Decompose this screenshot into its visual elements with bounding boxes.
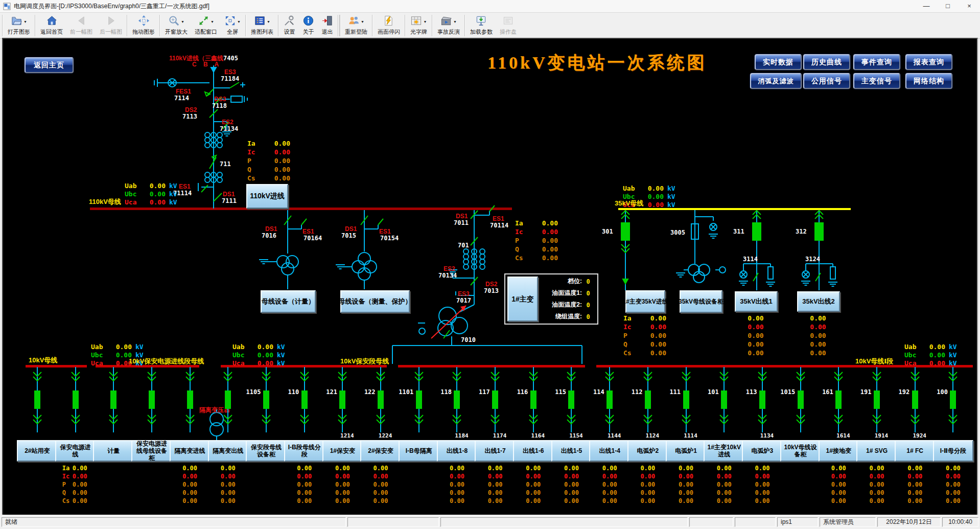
feeder-button[interactable]: 1#接地变 [819,440,859,462]
feeder-button[interactable]: 电弧炉2 [627,440,668,462]
load-params-button[interactable]: 加载参数 [466,13,496,38]
clapperboard-icon [440,15,452,29]
close-button[interactable]: × [959,0,980,12]
transformer-status-row: 档位: 0 [540,277,594,286]
feeder-button[interactable]: 出线1-7 [475,440,515,462]
feeder-button[interactable]: 出线1-4 [589,440,629,462]
maximize-button[interactable]: □ [937,0,959,12]
relogin-button[interactable]: ▼ 重新登陆 [341,13,371,38]
outgoing35-1-button[interactable]: 35kV出线1 [735,291,778,312]
bus35-cabinet-button[interactable]: 35kV母线设备柜 [680,290,722,313]
feeder-button[interactable]: 1#主变10kV进线 [704,440,744,462]
next-graph-button[interactable]: 后一幅图 [96,13,126,38]
feeder-button[interactable]: 1# FC [895,440,935,462]
realtime-data-button[interactable]: 实时数据 [755,54,802,70]
about-button[interactable]: 关于 [299,13,318,38]
zoom-window-button[interactable]: ▼ 开窗放大 [161,13,191,38]
feeder-button[interactable]: 2#站用变 [17,440,57,462]
light-board-button[interactable]: ▼ 光字牌 [407,13,431,38]
toolbar-separator [2,15,3,36]
event-query-button[interactable]: 事件查询 [853,54,900,70]
feeder-button[interactable]: 保安电源进线 [55,440,96,462]
feeder-button[interactable]: 隔离变进线 [170,440,210,462]
measurement-values: 0.000.000.000.000.00 [296,464,313,505]
breaker-icon [782,367,819,432]
feeder-number: 113 [746,388,762,396]
tx35-incoming-button[interactable]: 1#主变35kV进线 [625,290,665,313]
bus-equipment-metering-button[interactable]: 母线设备（计量） [261,290,316,313]
feeder-button[interactable]: 1#保安变 [322,440,363,462]
feeder-button[interactable]: 电弧炉1 [666,440,706,462]
feeder-button[interactable]: I-B段母线分段 [284,440,324,462]
feeder-number: 1105 [246,388,266,396]
return-home-button[interactable]: 返回主页 [25,57,74,73]
earth-switch-number: 1114 [674,432,697,440]
bus-equipment-protection-button[interactable]: 母线设备（测量、保护） [340,290,410,313]
bus10-mid-voltages: Uab0.00kV Ubc0.00kV Uca0.00kV [232,343,288,367]
feeder-button[interactable]: 隔离变出线 [208,440,248,462]
incoming-line-button[interactable]: 110kV进线 [246,184,288,209]
main-transformer-button[interactable]: 1#主变 [507,277,538,321]
report-query-button[interactable]: 报表查询 [905,54,952,70]
status-date: 2022年10月12日 [877,517,941,527]
feeder-column: 保安电源进线 IaIcPQCs 0.000.000.000.000.00 [57,367,95,505]
earth-switch-number [33,432,42,440]
measurement-values: 0.000.000.000.000.00 [639,464,657,505]
feeder-button[interactable]: I-B母隔离 [399,440,439,462]
arc-filter-button[interactable]: 消弧及滤波 [750,73,802,89]
switch-label: ES2 [222,119,234,126]
switch-number: 7114 [174,95,189,102]
device-number: 7010 [461,336,476,343]
common-signal-button[interactable]: 公用信号 [803,73,850,89]
feeder-button[interactable]: 出线1-8 [437,440,477,462]
feeder-button[interactable]: 保安段母线设备柜 [246,440,286,462]
breaker-icon [401,367,437,432]
transformer-signal-button[interactable]: 主变信号 [853,73,900,89]
feeder-values: 0.000.000.000.000.00 [181,464,199,505]
open-graph-button[interactable]: ▼ 打开图形 [4,13,34,38]
home-button[interactable]: 返回首页 [37,13,66,38]
feeder-button[interactable]: 出线1-5 [551,440,592,462]
feeder-button[interactable]: 保安电源进线母线设备柜 [131,440,172,462]
history-curve-button[interactable]: 历史曲线 [803,54,850,70]
settings-button[interactable]: 设置 [280,13,299,38]
stop-flash-button[interactable]: 画面停闪 [374,13,404,38]
feeder-symbol: 115 [553,367,591,432]
graph-list-button[interactable]: ▼ 推图列表 [247,13,277,38]
feeder-button[interactable]: 1# SVG [856,440,897,462]
status-label: 档位: [568,277,582,286]
main-tx-measurements: Ia0.00 Ic0.00 P0.00 Q0.00 Cs0.00 [515,219,558,262]
operation-panel-button[interactable]: 操作盘 [496,13,520,38]
fullscreen-icon [224,15,236,29]
pan-graph-button[interactable]: 拖动图形 [129,13,158,38]
feeder-values: 0.000.000.000.000.00 [486,464,504,505]
feeder-number: 161 [822,388,838,396]
feeder-button[interactable]: 10kV母线设备柜 [780,440,821,462]
prev-graph-button[interactable]: 前一幅图 [66,13,96,38]
switch-label: DS1 [345,225,357,233]
fullscreen-button[interactable]: ▼ 全屏 [221,13,244,38]
minimize-button[interactable]: — [916,0,937,12]
breaker-icon [209,367,246,432]
feeder-symbol [95,367,132,432]
accident-replay-button[interactable]: ▼ 事故反演 [434,13,463,38]
feeder-button[interactable]: 计量 [93,440,133,462]
exit-button[interactable]: 退出 [318,13,337,38]
fit-window-button[interactable]: ▼ 适配窗口 [191,13,221,38]
prev-arrow-icon [76,15,87,29]
switch-label: ES2 [444,265,455,272]
bus10-right-voltages: Uab0.00kV Ubc0.00kV Uca0.00kV [904,343,960,367]
status-label: 油面温度1: [552,289,582,297]
feeder-values: 0.000.000.000.000.00 [219,464,237,505]
feeder-button[interactable]: 电弧炉3 [742,440,782,462]
switch-number: 7011 [454,219,469,226]
outgoing35-2-button[interactable]: 35kV出线2 [797,291,840,312]
feeder-button[interactable]: 2#保安变 [360,440,401,462]
network-structure-button[interactable]: 网络结构 [905,73,952,89]
earth-switch-number: 1914 [866,432,889,440]
feeder-symbol [18,367,56,432]
feeder-button[interactable]: I-Ⅱ母分段 [933,440,973,462]
feeder-button[interactable]: 出线1-6 [513,440,553,462]
feeder-number: 112 [632,388,647,396]
feeder-number: 3005 [670,229,685,236]
